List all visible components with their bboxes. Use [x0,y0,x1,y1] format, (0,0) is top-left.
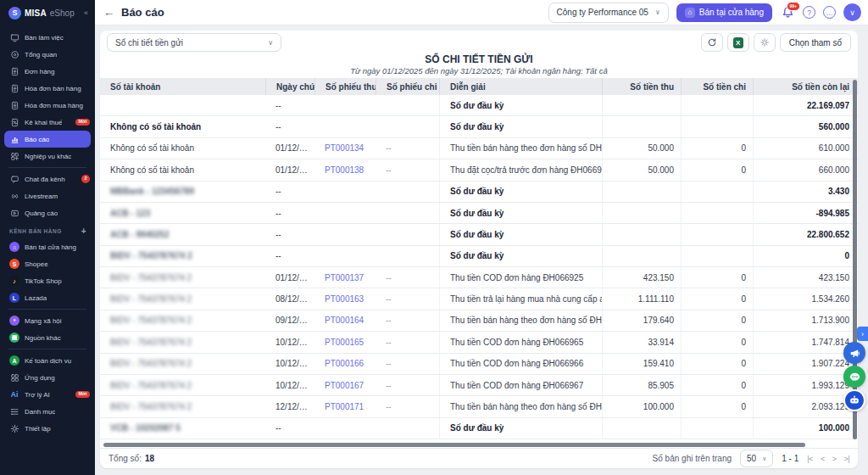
sidebar-item-social[interactable]: *Mạng xã hội [0,312,95,329]
receipt-link[interactable]: PT000164 [325,316,364,325]
sidebar-item-settings[interactable]: Thiết lập [0,420,95,437]
sidebar-item-shopee[interactable]: SShopee [0,255,95,272]
receipt-link[interactable]: PT000137 [325,273,364,282]
table-settings-button[interactable] [754,33,776,52]
receipt-link[interactable]: PT000134 [325,143,364,153]
table-row-balance[interactable]: BIDV - 7543787674 2--Số dư đầu kỳ0 [100,246,858,267]
campaign-float-button[interactable] [843,342,865,364]
receipt-link[interactable]: PT000163 [325,294,364,304]
horizontal-scrollbar[interactable] [103,443,805,447]
table-row[interactable]: BIDV - 7543787674 201/12/2025PT000137--T… [100,267,858,288]
sidebar-collapse-icon[interactable]: « [84,8,88,17]
table-row-balance[interactable]: Không có số tài khoản--Số dư đầu kỳ560.0… [100,116,858,137]
table-row[interactable]: BIDV - 7543787674 208/12/2025PT000163--T… [100,288,858,310]
export-excel-button[interactable]: X [727,33,749,52]
report-type-select[interactable]: Sổ chi tiết tiền gửi ∨ [107,33,281,52]
store-channel-button-label: Bán tại cửa hàng [699,8,764,17]
table-row[interactable]: BIDV - 7543787674 212/12/2025PT000171--T… [100,396,858,417]
table-row[interactable]: BIDV - 7543787674 210/12/2025PT000165--T… [100,332,858,353]
prev-page-button[interactable]: < [821,455,825,463]
sidebar-item-tax[interactable]: Kê khai thuếMới [0,114,95,131]
receipt-link[interactable]: PT000165 [325,338,364,347]
report-subtitle: Từ ngày 01/12/2025 đến ngày 31/12/2025; … [100,66,858,76]
cell-payment-no: -- [376,165,439,175]
choose-params-button[interactable]: Chọn tham số [780,33,851,52]
cell-date: -- [265,230,314,239]
cell-account: BIDV - 7543787674 2 [100,316,265,325]
cell-description: Thu tiền bán hàng theo đơn hàng số ĐH06.… [439,310,602,331]
notifications-button[interactable]: 99+ [780,5,795,20]
table-row-balance[interactable]: MBBank - 123456789--Số dư đầu kỳ3.430 [100,182,858,203]
col-header-amount-out[interactable]: Số tiền chi [681,78,753,95]
receipt-link[interactable]: PT000167 [325,381,364,390]
sidebar-item-apps[interactable]: Ứng dụng [0,369,95,386]
receipt-link[interactable]: PT000138 [325,165,364,175]
cell-amount-out: 0 [681,138,753,159]
sidebar-item-sales-invoice[interactable]: Hóa đơn bán hàng [0,80,95,97]
sidebar-item-catalog[interactable]: Danh mục [0,403,95,420]
sidebar-item-orders[interactable]: Đơn hàng [0,63,95,80]
avatar[interactable]: ∨ [843,3,861,21]
sidebar-item-chat[interactable]: Chat đa kênh2 [0,170,95,187]
sidebar-item-other-source[interactable]: ▦Nguồn khác [0,329,95,346]
last-page-button[interactable]: >| [843,455,849,463]
sidebar-item-label: Lazada [25,294,47,302]
col-header-amount-in[interactable]: Số tiền thu [602,78,681,95]
col-header-description[interactable]: Diễn giải [439,78,602,95]
cell-amount-out: 0 [681,310,753,331]
sidebar-item-label: Nghiệp vụ khác [25,153,71,160]
table-row-balance[interactable]: --Số dư đầu kỳ22.169.097 [100,95,858,116]
cell-balance: 610.000 [753,138,858,159]
more-button[interactable]: … [823,6,836,19]
expand-panel-tab[interactable]: › [857,327,868,341]
sidebar-item-store-channel[interactable]: ⌂Bán tại cửa hàng [0,238,95,255]
cell-balance: -894.985 [753,203,858,223]
back-arrow-icon[interactable]: ← [103,6,114,19]
add-channel-button[interactable]: + [81,226,86,236]
next-page-button[interactable]: > [832,455,837,463]
table-row-balance[interactable]: ACB - 9940252--Số dư đầu kỳ22.800.652 [100,224,858,245]
sidebar-item-report[interactable]: Báo cáo [4,131,91,148]
sidebar-item-livestream[interactable]: Livestream [0,187,95,204]
col-header-account[interactable]: Số tài khoản [100,78,265,95]
zalo-chat-float-button[interactable] [843,366,865,388]
sidebar-item-lazada[interactable]: LLazada [0,289,95,306]
table-row-balance[interactable]: ACB - 123--Số dư đầu kỳ-894.985 [100,203,858,224]
table-row[interactable]: Không có số tài khoản01/12/2025PT000138-… [100,159,858,181]
col-header-payment[interactable]: Số phiếu chi [376,78,439,95]
table-row-balance[interactable]: VCB - 10202087 5--Số dư đầu kỳ100.000 [100,418,858,439]
sidebar-item-ads[interactable]: Quảng cáo [0,204,95,221]
sidebar-item-ai[interactable]: AiTrợ lý AIMới [0,386,95,403]
sidebar-item-accounting[interactable]: AKế toán dịch vụ [0,352,95,369]
sidebar-item-overview[interactable]: Tổng quan [0,46,95,63]
per-page-select[interactable]: 50 ∨ [740,450,773,467]
col-header-date[interactable]: Ngày chứng từ [265,78,314,95]
col-header-receipt[interactable]: Số phiếu thu [314,78,376,95]
cell-amount-out [681,418,753,439]
cell-amount-in [602,203,681,223]
cell-account: BIDV - 7543787674 2 [100,359,265,368]
total-label: Tổng số: [108,454,142,463]
col-header-balance[interactable]: Số tiền còn lại [753,78,858,95]
receipt-link[interactable]: PT000166 [325,359,364,368]
store-channel-button[interactable]: ⌂ Bán tại cửa hàng [676,3,772,22]
table-row[interactable]: BIDV - 7543787674 210/12/2025PT000167--T… [100,375,858,396]
table-row[interactable]: Không có số tài khoản01/12/2025PT000134-… [100,138,858,159]
cell-date: -- [265,187,314,196]
sidebar-item-tiktok[interactable]: ♪TikTok Shop [0,272,95,289]
sidebar-item-other-ops[interactable]: Nghiệp vụ khác [0,148,95,165]
refresh-button[interactable] [701,33,723,52]
company-select[interactable]: Công ty Performance 05 ∨ [548,3,669,23]
cell-date: 08/12/2025 [265,294,314,304]
cell-payment-no: -- [376,338,439,347]
receipt-link[interactable]: PT000171 [325,402,364,411]
cell-balance: 22.800.652 [753,224,858,244]
sales-invoice-icon [9,83,19,93]
first-page-button[interactable]: |< [807,455,813,463]
sidebar-item-purchase-invoice[interactable]: Hóa đơn mua hàng [0,97,95,114]
table-row[interactable]: BIDV - 7543787674 209/12/2025PT000164--T… [100,310,858,332]
chatbot-float-button[interactable] [843,389,865,411]
help-button[interactable]: ? [803,6,815,19]
sidebar-item-desk[interactable]: Bàn làm việc [0,29,95,46]
table-row[interactable]: BIDV - 7543787674 210/12/2025PT000166--T… [100,354,858,375]
